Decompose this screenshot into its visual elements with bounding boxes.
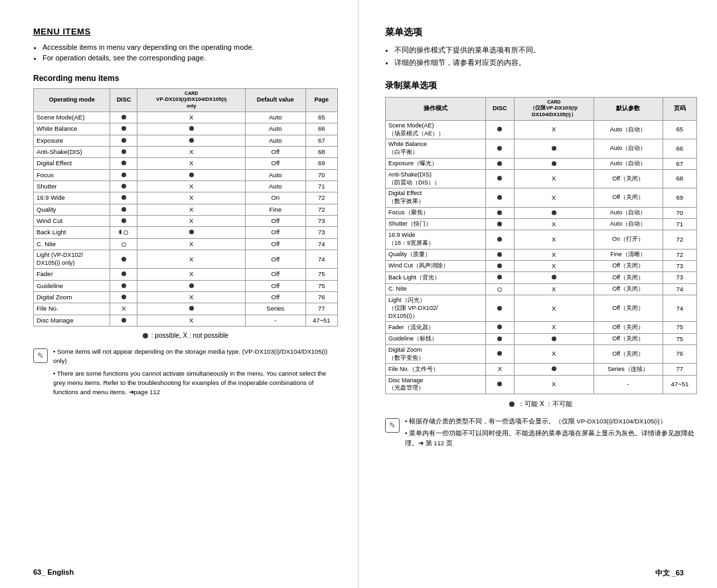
cn-table-row: Disc Manage（光盘管理） X - 47~51	[386, 375, 697, 394]
th-page: Page	[305, 89, 337, 112]
table-row: Guideline Off 75	[34, 280, 338, 291]
th-cn-page: 页码	[663, 98, 696, 121]
th-cn-op-mode: 操作模式	[386, 98, 486, 121]
cn-table-row: Guideline（标线） Off（关闭） 75	[386, 333, 697, 344]
table-row: Digital Effect X Off 69	[34, 158, 338, 169]
right-note-text: • 根据存储介质的类型不同，有一些选项不会显示。（仅限 VP-DX103(i)/…	[405, 417, 697, 448]
right-section-title: 菜单选项	[385, 27, 697, 38]
th-cn-disc: DISC	[485, 98, 514, 121]
cn-table-row: File No.（文件号） X Series（连续） 77	[386, 364, 697, 375]
right-note-line-2: • 菜单内有一些功能不可以同时使用。不能选择的菜单选项在屏幕上显示为灰色。详情请…	[405, 429, 697, 448]
table-row: Focus Auto 70	[34, 169, 338, 181]
left-table: Operating mode DISC CARDVP-DX103(i)/DX10…	[33, 88, 338, 327]
cn-table-row: Shutter（快门） X Auto（自动） 71	[386, 219, 697, 230]
cn-table-row: White Balance（白平衡） Auto（自动） 66	[386, 139, 697, 158]
cn-table-row: Exposure（曝光） Auto（自动） 67	[386, 158, 697, 169]
right-panel: 菜单选项 不同的操作模式下提供的菜单选项有所不同。 详细的操作细节，请参看对应页…	[358, 0, 717, 588]
th-disc: DISC	[110, 89, 137, 112]
right-legend: ：可能 X ：不可能	[385, 400, 697, 409]
table-row: Anti-Shake(DIS) X Off 68	[34, 146, 338, 157]
th-op-mode: Operating mode	[34, 89, 110, 112]
left-bullet-1: Accessible items in menu vary depending …	[42, 43, 338, 51]
right-subsection-title: 录制菜单选项	[385, 80, 697, 92]
table-row: Digital Zoom X Off 76	[34, 292, 338, 303]
left-subsection-title: Recording menu items	[33, 74, 338, 83]
right-note-icon: ✎	[385, 418, 400, 433]
right-table: 操作模式 DISC CARD（仅限VP-DX103(i)/DX104/DX105…	[385, 97, 697, 394]
th-default: Default value	[246, 89, 306, 112]
footer-left: 63_ English	[33, 568, 74, 578]
th-card: CARDVP-DX103(i)/DX104/DX105(i) only	[137, 89, 246, 112]
right-bullets: 不同的操作模式下提供的菜单选项有所不同。 详细的操作细节，请参看对应页的内容。	[385, 45, 697, 70]
cn-table-row: Focus（聚焦） Auto（自动） 70	[386, 207, 697, 218]
table-row: C. Nite X Off 74	[34, 238, 338, 250]
left-bullet-2: For operation details, see the correspon…	[42, 54, 338, 62]
footer-right: 中文 _63	[655, 568, 684, 578]
right-bullet-1: 不同的操作模式下提供的菜单选项有所不同。	[394, 45, 697, 55]
left-note-line-1: • Some items will not appear depending o…	[53, 347, 338, 366]
table-row: File No. X Series 77	[34, 303, 338, 315]
left-bullets: Accessible items in menu vary depending …	[33, 43, 338, 64]
left-note-text: • Some items will not appear depending o…	[53, 347, 338, 397]
cn-table-row: 16:9 Wide（16：9宽屏幕） X On（打开） 72	[386, 230, 697, 249]
table-row: Scene Mode(AE) X Auto 65	[34, 111, 338, 123]
cn-table-row: Fader（流化器） X Off（关闭） 75	[386, 322, 697, 333]
cn-table-row: Wind Cut（风声消除） X Off（关闭） 73	[386, 261, 697, 272]
table-row: Wind Cut X Off 73	[34, 215, 338, 226]
cn-table-row: Anti-Shake(DIS)（防震动（DIS）） X Off（关闭） 68	[386, 169, 697, 188]
left-note-line-2: • There are some functions you cannot ac…	[53, 369, 338, 398]
left-section-title: MENU ITEMS	[33, 27, 338, 37]
table-row: Light (VP-DX102/DX105(i) only) X Off 74	[34, 250, 338, 269]
right-note-line-1: • 根据存储介质的类型不同，有一些选项不会显示。（仅限 VP-DX103(i)/…	[405, 417, 697, 426]
cn-table-row: Back Light（背光） Off（关闭） 73	[386, 272, 697, 283]
table-row: White Balance Auto 66	[34, 123, 338, 135]
cn-table-row: Digital Zoom（数字变焦） X Off（关闭） 76	[386, 344, 697, 363]
cn-table-row: Scene Mode(AE)（场景模式（AE）） X Auto（自动） 65	[386, 120, 697, 139]
table-row: Disc Manage X - 47~51	[34, 315, 338, 326]
footer: 63_ English 中文 _63	[0, 568, 717, 578]
page-container: MENU ITEMS Accessible items in menu vary…	[0, 0, 717, 588]
left-panel: MENU ITEMS Accessible items in menu vary…	[0, 0, 358, 588]
cn-table-row: Quality（质量） X Fine（清晰） 72	[386, 249, 697, 260]
left-note-box: ✎ • Some items will not appear depending…	[33, 347, 338, 397]
table-row: Shutter X Auto 71	[34, 181, 338, 192]
cn-table-row: C. Nite X Off（关闭） 74	[386, 283, 697, 295]
cn-table-row: Light（闪光）（仅限 VP-DX102/DX105(i)） X Off（关闭…	[386, 295, 697, 322]
page: MENU ITEMS Accessible items in menu vary…	[0, 0, 717, 588]
table-row: Back Light Off 73	[34, 227, 338, 238]
table-row: 16:9 Wide X On 72	[34, 192, 338, 204]
cn-table-row: Digital Effect（数字效果） X Off（关闭） 69	[386, 188, 697, 207]
table-row: Fader X Off 75	[34, 269, 338, 280]
right-note-box: ✎ • 根据存储介质的类型不同，有一些选项不会显示。（仅限 VP-DX103(i…	[385, 417, 697, 448]
right-bullet-2: 详细的操作细节，请参看对应页的内容。	[394, 58, 697, 68]
table-row: Exposure Auto 67	[34, 135, 338, 146]
th-cn-card: CARD（仅限VP-DX103(i)/DX104/DX105(i)）	[514, 98, 594, 121]
left-legend: : possible, X : not possible	[33, 332, 338, 339]
th-cn-default: 默认参数	[594, 98, 663, 121]
table-row: Quality X Fine 72	[34, 204, 338, 215]
note-icon: ✎	[33, 348, 48, 363]
